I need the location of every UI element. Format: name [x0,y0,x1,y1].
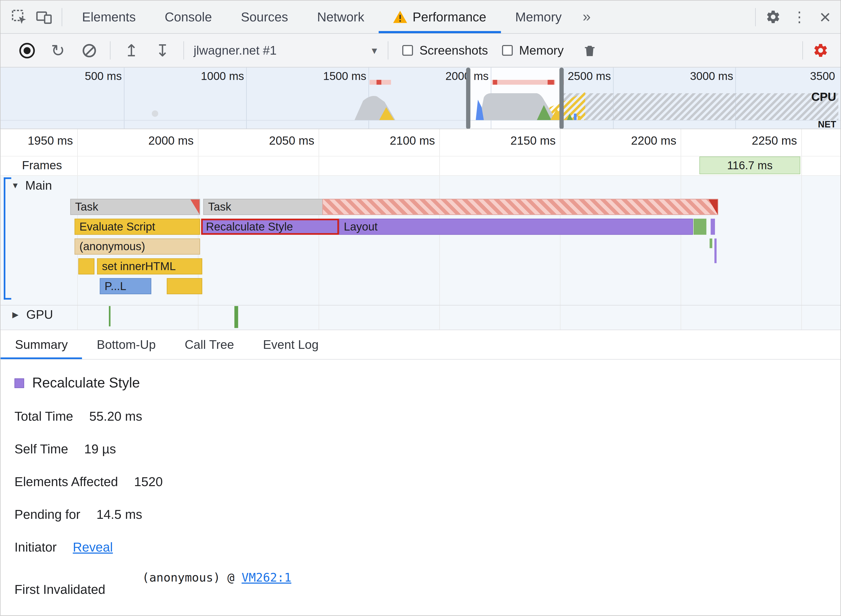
flame-bar-recalculate-style-selected[interactable]: Recalculate Style [201,219,339,235]
flame-bar-label: Task [208,201,231,213]
flame-bar-script[interactable] [167,278,202,294]
gpu-activity-tick [234,306,238,328]
flame-bar-small[interactable] [715,238,717,263]
flame-bar-label: Layout [344,220,378,232]
flame-bar-evaluate-script[interactable]: Evaluate Script [75,219,200,235]
long-task-flag-icon [190,199,199,214]
expand-triangle-icon[interactable]: ▶ [12,310,18,319]
stack-frame-text: (anonymous) @ [142,571,241,584]
net-strip-label: NET [818,120,836,129]
flame-bar-label: set innerHTML [102,260,176,272]
tab-event-log[interactable]: Event Log [248,330,333,359]
reload-icon: ↻ [51,42,65,59]
devtools-tab-bar: Elements Console Sources Network Perform… [0,0,841,34]
flame-bar-set-innerhtml[interactable]: set innerHTML [97,258,202,274]
overview-window-handle-right[interactable] [559,67,563,129]
memory-label[interactable]: Memory [519,43,564,57]
clear-button[interactable] [74,34,104,67]
profile-select-value: jlwagner.net #1 [194,43,276,57]
track-focus-indicator [4,177,6,300]
stack-source-link[interactable]: VM262:1 [241,571,291,584]
flame-bar-anonymous[interactable]: (anonymous) [75,238,200,254]
device-toolbar-button[interactable] [32,5,56,29]
separator [110,41,110,60]
frame-duration-block[interactable]: 116.7 ms [700,157,800,174]
inspect-element-button[interactable] [7,5,31,29]
total-time-value: 55.20 ms [89,409,142,423]
tab-call-tree[interactable]: Call Tree [170,330,248,359]
self-time-value: 19 µs [84,441,116,456]
profile-select[interactable]: jlwagner.net #1 ▾ [189,41,382,60]
gear-icon [766,9,781,25]
overview-ruler-label: 1000 ms [166,70,244,82]
reload-and-record-button[interactable]: ↻ [42,34,74,67]
flame-bar-layout[interactable]: Layout [339,219,693,235]
self-time-row: Self Time19 µs [15,441,841,456]
flame-bar-label: P...L [104,280,126,292]
flame-bar-label: Recalculate Style [206,220,293,232]
flame-bar-small[interactable] [711,219,715,235]
tab-sources[interactable]: Sources [226,0,303,33]
flame-bar-task[interactable]: Task [203,199,322,215]
load-profile-button[interactable]: ↥ [116,34,147,67]
collapse-triangle-icon[interactable]: ▼ [11,180,19,190]
pending-for-label: Pending for [15,507,80,522]
flame-bar-task[interactable]: Task [70,199,200,215]
first-invalidated-row: First Invalidated (anonymous) @ VM262:1 [15,571,841,597]
elements-affected-value: 1520 [134,474,163,489]
flame-bar-script[interactable] [78,258,94,274]
timeline-overview[interactable]: 500 ms 1000 ms 1500 ms 2000 ms 2500 ms 3… [0,67,841,129]
warning-icon [393,11,407,23]
overview-ruler-label: 1500 ms [288,70,366,82]
memory-checkbox[interactable] [502,45,513,56]
tab-performance[interactable]: Performance [379,0,500,33]
more-tabs-button[interactable]: » [576,9,597,25]
frames-track-label[interactable]: Frames [22,159,62,173]
tab-summary[interactable]: Summary [0,330,82,359]
screenshots-checkbox[interactable] [402,45,413,56]
track-focus-indicator [4,298,11,300]
separator [0,305,841,305]
long-task-marker [492,80,555,85]
long-task-marker [493,80,497,85]
trash-icon [583,43,597,57]
initiator-reveal-link[interactable]: Reveal [73,540,113,554]
cpu-strip-label: CPU [811,90,836,104]
flame-chart-area[interactable]: 1950 ms 2000 ms 2050 ms 2100 ms 2150 ms … [0,129,841,330]
tab-network[interactable]: Network [303,0,379,33]
save-profile-button[interactable]: ↧ [147,34,178,67]
gpu-activity-tick [109,306,110,326]
gpu-track-label[interactable]: GPU [26,308,53,322]
record-button[interactable] [11,34,42,67]
overview-window-handle-left[interactable] [466,67,470,129]
gridline [801,129,802,330]
gear-alert-icon [813,42,829,58]
screenshots-label[interactable]: Screenshots [419,43,488,57]
tab-console[interactable]: Console [150,0,226,33]
event-title: Recalculate Style [32,375,140,392]
separator [62,8,62,26]
performance-panel: Elements Console Sources Network Perform… [0,0,841,616]
flame-bar-paint[interactable] [694,219,706,235]
performance-toolbar: ↻ ↥ ↧ jlwagner.net #1 ▾ Screenshots Memo… [0,34,841,67]
pending-for-row: Pending for14.5 ms [15,507,841,522]
stack-trace: (anonymous) @ VM262:1 [142,571,291,584]
elements-affected-row: Elements Affected1520 [15,474,841,489]
separator [184,41,184,60]
flame-bar-profile-call[interactable]: P...L [100,278,151,294]
delete-recording-button[interactable] [578,38,602,63]
flame-bar-small[interactable] [710,238,712,248]
total-time-label: Total Time [15,409,73,423]
main-track-label[interactable]: Main [25,178,52,193]
tab-bottom-up[interactable]: Bottom-Up [82,330,170,359]
record-icon [19,43,34,58]
menu-button[interactable]: ⋮ [786,8,813,26]
devtools-window: Elements Console Sources Network Perform… [0,0,841,616]
capture-settings-button[interactable] [808,38,833,63]
flame-bar-long-task[interactable] [322,199,718,215]
ruler-label: 2250 ms [719,134,797,148]
settings-button[interactable] [761,5,786,29]
tab-elements[interactable]: Elements [68,0,150,33]
tab-memory[interactable]: Memory [501,0,576,33]
close-button[interactable]: × [813,6,841,28]
